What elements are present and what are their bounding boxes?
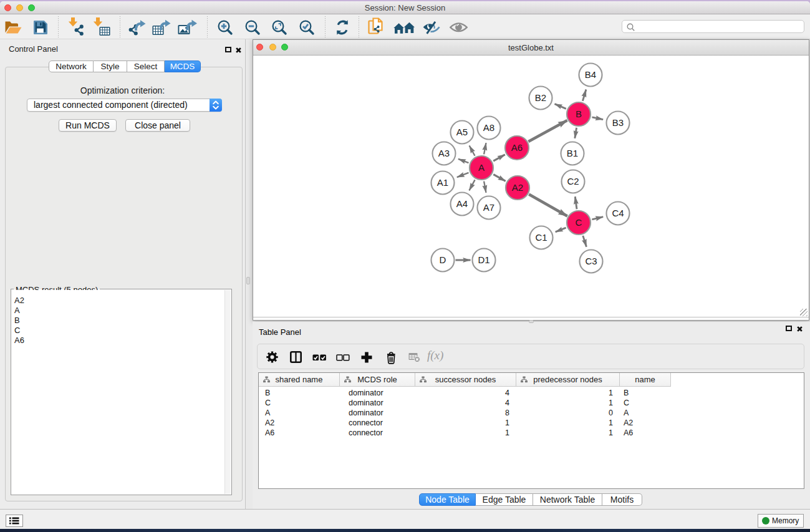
svg-text:A3: A3	[438, 148, 450, 158]
svg-text:B2: B2	[535, 92, 546, 103]
svg-text:B1: B1	[567, 148, 578, 158]
svg-text:C: C	[576, 217, 582, 228]
svg-text:C3: C3	[585, 256, 597, 266]
svg-text:A: A	[478, 162, 485, 173]
svg-text:A1: A1	[437, 177, 448, 188]
svg-text:C4: C4	[612, 208, 624, 218]
svg-text:B: B	[576, 109, 582, 119]
svg-text:Memory: Memory	[772, 516, 799, 525]
svg-text:A5: A5	[456, 127, 468, 137]
svg-text:A4: A4	[456, 198, 468, 209]
svg-text:B3: B3	[612, 117, 624, 128]
svg-text:C1: C1	[535, 232, 547, 243]
svg-text:A6: A6	[511, 142, 523, 153]
svg-text:C2: C2	[567, 176, 579, 186]
svg-text:A8: A8	[483, 122, 494, 133]
svg-text:B4: B4	[585, 69, 596, 80]
svg-text:A7: A7	[483, 202, 494, 213]
svg-text:A2: A2	[512, 182, 523, 193]
svg-text:D: D	[440, 254, 446, 265]
svg-text:D1: D1	[478, 254, 489, 265]
